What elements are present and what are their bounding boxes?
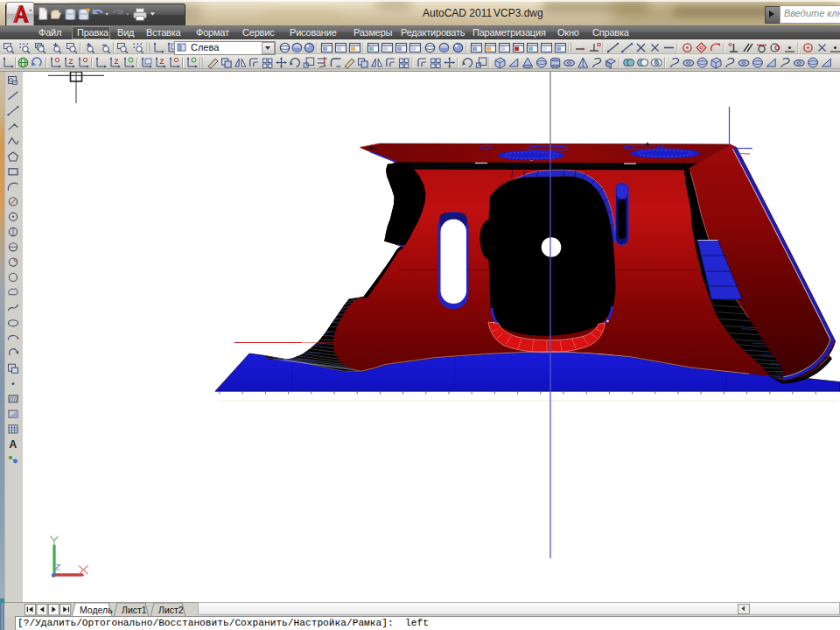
svg-text:Лист1: Лист1: [122, 605, 147, 615]
svg-text:Лист2: Лист2: [158, 605, 184, 615]
svg-text:Модель: Модель: [80, 605, 113, 615]
svg-text:A: A: [10, 438, 18, 451]
